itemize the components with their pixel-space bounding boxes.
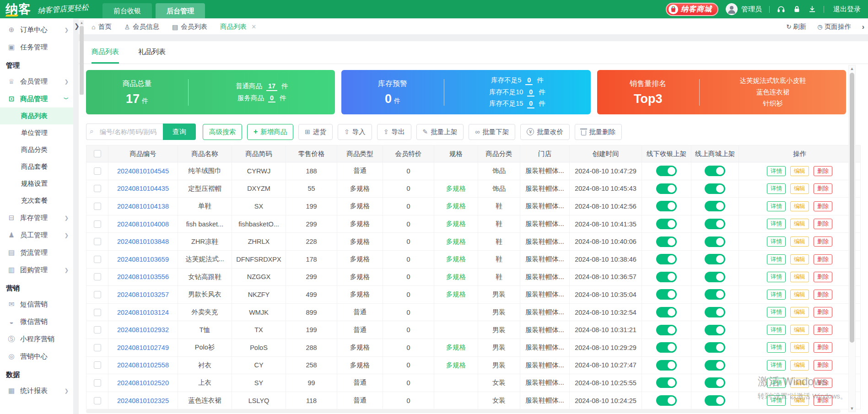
online-shelf-toggle[interactable]: [705, 377, 725, 388]
sidebar-item-微信营销[interactable]: ◒微信营销: [0, 313, 73, 330]
spec-link[interactable]: 多规格: [446, 290, 466, 299]
spec-link[interactable]: 多规格: [446, 273, 466, 281]
online-shelf-toggle[interactable]: [705, 307, 725, 317]
sidebar-item-统计报表[interactable]: ▦统计报表❯: [0, 382, 73, 399]
scroll-down-arrow[interactable]: ▼: [850, 405, 854, 412]
del-button[interactable]: 删除: [814, 307, 832, 317]
close-icon[interactable]: ✕: [251, 23, 256, 30]
row-checkbox[interactable]: [94, 291, 101, 298]
del-button[interactable]: 删除: [814, 290, 832, 300]
offline-shelf-toggle[interactable]: [656, 307, 677, 317]
sidebar-item-营销中心[interactable]: ◎营销中心: [0, 348, 73, 365]
sidebar-item-员工管理[interactable]: ♟员工管理❯: [0, 226, 73, 244]
detail-button[interactable]: 详情: [767, 378, 786, 388]
sidebar-item-任务管理[interactable]: ▣任务管理: [0, 38, 73, 56]
sidebar-subitem-规格设置[interactable]: 规格设置: [0, 175, 73, 192]
detail-button[interactable]: 详情: [767, 237, 786, 247]
online-shelf-toggle[interactable]: [705, 166, 725, 176]
del-button[interactable]: 删除: [814, 360, 832, 371]
detail-button[interactable]: 详情: [767, 219, 786, 229]
row-checkbox[interactable]: [94, 167, 101, 175]
scroll-up-arrow[interactable]: ▲: [80, 20, 84, 26]
row-checkbox[interactable]: [94, 326, 101, 333]
sidebar-item-会员管理[interactable]: ♕会员管理❯: [0, 73, 73, 90]
advanced-search-button[interactable]: 高级搜索: [203, 124, 242, 140]
offline-shelf-toggle[interactable]: [656, 272, 677, 282]
logout-button[interactable]: 退出登录: [833, 5, 861, 14]
offline-shelf-toggle[interactable]: [656, 377, 677, 388]
batch-on-shelf-button[interactable]: ✎批量上架: [416, 124, 464, 140]
detail-number[interactable]: 0: [525, 77, 533, 85]
del-button[interactable]: 删除: [814, 395, 832, 406]
online-shelf-toggle[interactable]: [705, 289, 725, 300]
scroll-up-arrow[interactable]: ▲: [850, 65, 854, 72]
online-shelf-toggle[interactable]: [705, 395, 725, 406]
page-tab-会员列表[interactable]: ▤会员列表: [172, 22, 207, 31]
offline-shelf-toggle[interactable]: [656, 183, 677, 194]
row-checkbox[interactable]: [94, 185, 101, 192]
row-checkbox[interactable]: [94, 220, 101, 228]
product-code-link[interactable]: 20240810103659: [117, 256, 169, 263]
edit-button[interactable]: 编辑: [790, 360, 809, 371]
sidebar-subitem-商品分类[interactable]: 商品分类: [0, 141, 73, 158]
sidebar-subitem-商品列表[interactable]: 商品列表: [0, 108, 73, 124]
detail-button[interactable]: 详情: [767, 183, 786, 194]
page-ops-button[interactable]: ◷ 页面操作: [817, 22, 851, 31]
edit-button[interactable]: 编辑: [790, 378, 809, 388]
edit-button[interactable]: 编辑: [790, 183, 809, 194]
sidebar-subitem-充次套餐[interactable]: 充次套餐: [0, 192, 73, 209]
online-shelf-toggle[interactable]: [705, 360, 725, 371]
edit-button[interactable]: 编辑: [790, 342, 809, 353]
lock-icon[interactable]: [793, 5, 801, 13]
search-input[interactable]: [86, 124, 163, 140]
spec-link[interactable]: 多规格: [446, 255, 466, 263]
product-code-link[interactable]: 20240810102325: [117, 397, 169, 404]
page-tab-商品列表[interactable]: 商品列表✕: [220, 22, 256, 31]
tab-礼品列表[interactable]: 礼品列表: [138, 41, 166, 64]
product-code-link[interactable]: 20240810102520: [117, 379, 169, 387]
user-menu[interactable]: 管理员: [726, 3, 762, 15]
edit-button[interactable]: 编辑: [790, 201, 809, 212]
spec-link[interactable]: 多规格: [446, 220, 466, 228]
del-button[interactable]: 删除: [814, 254, 832, 265]
add-product-button[interactable]: +新增商品: [247, 124, 293, 140]
del-button[interactable]: 删除: [814, 237, 832, 247]
product-code-link[interactable]: 20240810104008: [117, 220, 169, 228]
sidebar-subitem-商品套餐[interactable]: 商品套餐: [0, 158, 73, 175]
product-code-link[interactable]: 20240810102558: [117, 361, 169, 369]
sidebar-item-短信营销[interactable]: ✉短信营销: [0, 296, 73, 313]
edit-button[interactable]: 编辑: [790, 395, 809, 406]
online-shelf-toggle[interactable]: [705, 342, 725, 353]
product-code-link[interactable]: 20240810103257: [117, 291, 169, 298]
detail-number[interactable]: 17: [266, 83, 277, 91]
offline-shelf-toggle[interactable]: [656, 360, 677, 371]
del-button[interactable]: 删除: [814, 166, 832, 177]
spec-link[interactable]: 多规格: [446, 184, 466, 193]
scroll-thumb[interactable]: [850, 73, 854, 343]
row-checkbox[interactable]: [94, 361, 101, 369]
select-all-checkbox[interactable]: [94, 150, 101, 157]
sidebar-item-货流管理[interactable]: ▤货流管理: [0, 244, 73, 261]
sidebar-item-商品管理[interactable]: ⊡商品管理﹀: [0, 90, 73, 108]
edit-button[interactable]: 编辑: [790, 290, 809, 300]
del-button[interactable]: 删除: [814, 378, 832, 388]
detail-button[interactable]: 详情: [767, 201, 786, 212]
online-shelf-toggle[interactable]: [705, 237, 725, 247]
spec-link[interactable]: 多规格: [446, 237, 466, 246]
detail-button[interactable]: 详情: [767, 325, 786, 335]
detail-button[interactable]: 详情: [767, 272, 786, 282]
detail-button[interactable]: 详情: [767, 307, 786, 317]
purchase-button[interactable]: ⊞进货: [298, 124, 333, 140]
del-button[interactable]: 删除: [814, 342, 832, 353]
detail-number[interactable]: 0: [268, 95, 275, 103]
edit-button[interactable]: 编辑: [790, 272, 809, 282]
download-icon[interactable]: [808, 5, 816, 13]
tabbar-more-chevron[interactable]: ›: [862, 23, 864, 31]
offline-shelf-toggle[interactable]: [656, 201, 677, 211]
export-button[interactable]: ⇪导出: [377, 124, 411, 140]
page-tab-会员信息[interactable]: ♙会员信息: [124, 22, 159, 31]
product-code-link[interactable]: 20240810103556: [117, 273, 169, 280]
sidebar-item-订单中心[interactable]: ⊕订单中心❯: [0, 21, 73, 38]
edit-button[interactable]: 编辑: [790, 325, 809, 335]
topbar-tab-后台管理[interactable]: 后台管理: [156, 3, 205, 18]
